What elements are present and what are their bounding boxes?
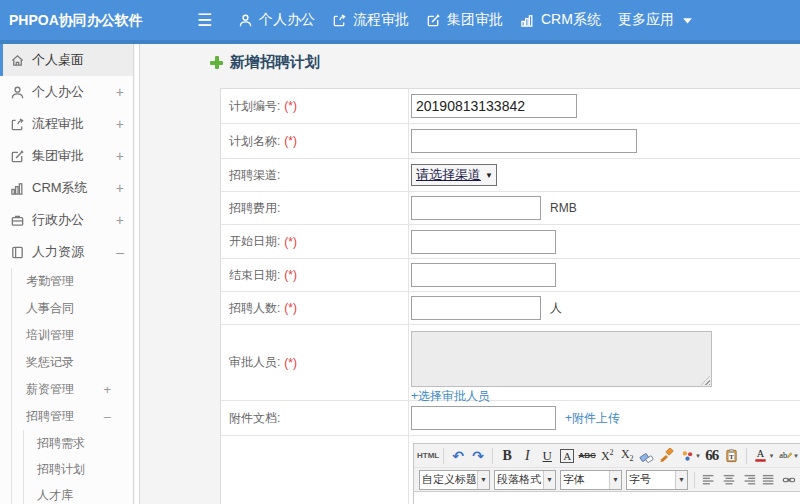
sidebar: 个人桌面个人办公+流程审批+集团审批+CRM系统+行政办公+人力资源–考勤管理人…: [0, 44, 134, 504]
flow-icon: [332, 13, 347, 28]
emoticon-icon[interactable]: [677, 446, 697, 466]
form-label: 开始日期:(*): [221, 225, 409, 258]
caret-down-icon[interactable]: ▾: [770, 452, 774, 460]
topnav-item[interactable]: 更多应用: [618, 11, 692, 29]
form-field: RMB: [409, 192, 800, 224]
form-row: 招聘费用:RMB: [221, 192, 800, 225]
expand-icon[interactable]: +: [116, 84, 124, 100]
sidebar-item-人力资源[interactable]: 人力资源–: [0, 236, 133, 268]
expand-icon[interactable]: +: [116, 212, 124, 228]
add-icon: [210, 56, 223, 69]
align-right-icon[interactable]: [739, 470, 759, 490]
link-icon[interactable]: [779, 470, 799, 490]
form-input[interactable]: [411, 196, 541, 220]
html-source-button[interactable]: HTML: [417, 446, 439, 466]
sidebar-item-个人桌面[interactable]: 个人桌面: [0, 44, 133, 76]
form-field: [409, 225, 800, 258]
caret-down-icon: ▼: [543, 471, 555, 489]
eraser-icon[interactable]: [637, 446, 657, 466]
caret-down-icon: ▼: [485, 171, 493, 180]
topbar: PHPOA协同办公软件 ☰ 个人办公流程审批集团审批CRM系统更多应用: [0, 0, 800, 44]
superscript-button[interactable]: X2: [597, 446, 617, 466]
toolbar-separator: [492, 448, 493, 464]
topnav-item[interactable]: 个人办公: [238, 11, 315, 29]
svg-text:A: A: [757, 448, 765, 459]
paste-icon[interactable]: T: [722, 446, 742, 466]
bold-button[interactable]: B: [497, 446, 517, 466]
underline-button[interactable]: U: [537, 446, 557, 466]
align-justify-icon[interactable]: [759, 470, 779, 490]
form-label: 计划名称:(*): [221, 124, 409, 158]
sidebar-item-奖惩记录[interactable]: 奖惩记录: [12, 349, 133, 376]
font-box-button[interactable]: A: [557, 446, 577, 466]
editor-content[interactable]: [414, 492, 800, 504]
topnav-item[interactable]: 流程审批: [332, 11, 409, 29]
form-field: [409, 259, 800, 291]
required-mark: (*): [284, 356, 297, 370]
collapse-icon[interactable]: –: [116, 244, 124, 260]
subscript-button[interactable]: X2: [617, 446, 637, 466]
book-icon: [9, 245, 25, 260]
attachment-upload-link[interactable]: +附件上传: [565, 410, 620, 427]
menu-toggle-icon[interactable]: ☰: [197, 0, 212, 40]
form-field: [409, 124, 800, 158]
expand-icon[interactable]: +: [103, 382, 111, 397]
expand-icon[interactable]: +: [116, 180, 124, 196]
toolbar-separator: [443, 448, 444, 464]
sidebar-scrollbar[interactable]: [135, 44, 140, 504]
app-title: PHPOA协同办公软件: [9, 0, 143, 40]
required-mark: (*): [284, 268, 297, 282]
redo-icon[interactable]: ↷: [468, 446, 488, 466]
form-input[interactable]: [411, 129, 637, 153]
expand-icon[interactable]: +: [116, 148, 124, 164]
form-input[interactable]: [411, 296, 541, 320]
fontcolor-icon[interactable]: A: [751, 446, 771, 466]
form-input[interactable]: [411, 94, 577, 118]
sidebar-item-招聘管理[interactable]: 招聘管理–: [12, 403, 133, 430]
form-input[interactable]: [411, 263, 556, 287]
editor-select[interactable]: 字体▼: [560, 470, 622, 490]
sidebar-item-培训管理[interactable]: 培训管理: [12, 322, 133, 349]
topnav-item[interactable]: CRM系统: [520, 11, 601, 29]
user-icon: [238, 13, 253, 28]
sidebar-item-CRM系统[interactable]: CRM系统+: [0, 172, 133, 204]
topnav-item[interactable]: 集团审批: [426, 11, 503, 29]
form-input[interactable]: [411, 406, 556, 430]
unit-label: RMB: [550, 201, 577, 215]
sidebar-item-行政办公[interactable]: 行政办公+: [0, 204, 133, 236]
align-left-icon[interactable]: [699, 470, 719, 490]
blockquote-button[interactable]: 66: [702, 446, 722, 466]
align-center-icon[interactable]: [719, 470, 739, 490]
sidebar-item-流程审批[interactable]: 流程审批+: [0, 108, 133, 140]
sidebar-item-考勤管理[interactable]: 考勤管理: [12, 268, 133, 295]
chart-icon: [520, 13, 535, 28]
channel-select[interactable]: 请选择渠道▼: [411, 164, 497, 186]
italic-button[interactable]: I: [517, 446, 537, 466]
collapse-icon[interactable]: –: [104, 409, 111, 424]
editor-select[interactable]: 段落格式▼: [494, 470, 556, 490]
sidebar-item-人事合同[interactable]: 人事合同: [12, 295, 133, 322]
form-row: 招聘人数:(*)人: [221, 292, 800, 325]
sidebar-item-招聘需求[interactable]: 招聘需求: [24, 430, 133, 456]
undo-icon[interactable]: ↶: [448, 446, 468, 466]
sidebar-item-集团审批[interactable]: 集团审批+: [0, 140, 133, 172]
expand-icon[interactable]: +: [116, 116, 124, 132]
form-field: HTML↶↷BIUAABCX2X2▾66TA▾ab▾ 自定义标题▼段落格式▼字体…: [409, 436, 800, 504]
highlight-icon[interactable]: ab: [775, 446, 795, 466]
form-row: 附件文档:+附件上传: [221, 401, 800, 436]
required-mark: (*): [284, 134, 297, 148]
sidebar-item-招聘计划[interactable]: 招聘计划: [24, 456, 133, 482]
editor-select[interactable]: 自定义标题▼: [419, 470, 490, 490]
brush-icon[interactable]: [657, 446, 677, 466]
caret-down-icon[interactable]: ▾: [696, 452, 700, 460]
sidebar-item-薪资管理[interactable]: 薪资管理+: [12, 376, 133, 403]
editor-select[interactable]: 字号▼: [626, 470, 688, 490]
sidebar-item-人才库[interactable]: 人才库: [24, 482, 133, 504]
form-row: 计划名称:(*): [221, 124, 800, 159]
form-input[interactable]: [411, 230, 556, 254]
form-label: 招聘人数:(*): [221, 292, 409, 324]
approver-textarea[interactable]: [411, 331, 712, 387]
caret-down-icon[interactable]: ▾: [794, 452, 798, 460]
strikethrough-button[interactable]: ABC: [577, 446, 597, 466]
sidebar-item-个人办公[interactable]: 个人办公+: [0, 76, 133, 108]
